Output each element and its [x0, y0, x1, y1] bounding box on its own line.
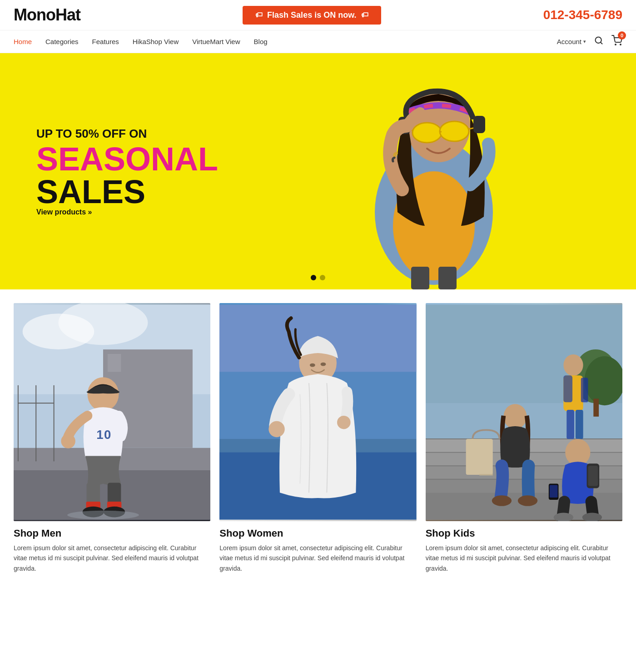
nav-link-categories[interactable]: Categories	[45, 38, 79, 45]
svg-point-47	[337, 416, 351, 429]
categories-section: 1 0 Shop Men	[0, 289, 636, 582]
svg-point-39	[67, 511, 139, 520]
svg-point-8	[412, 123, 442, 143]
hero-image	[223, 53, 636, 289]
svg-point-49	[321, 363, 326, 366]
kids-illustration	[426, 303, 622, 521]
svg-rect-68	[581, 378, 588, 402]
category-card-men: 1 0 Shop Men	[14, 303, 210, 573]
svg-point-32	[61, 434, 75, 448]
svg-rect-82	[549, 485, 557, 498]
category-card-kids: Shop Kids Lorem ipsum dolor sit amet, co…	[426, 303, 622, 573]
flash-sale-text: Flash Sales is ON now.	[267, 10, 356, 20]
svg-point-72	[492, 495, 511, 506]
svg-text:1: 1	[96, 428, 103, 442]
svg-rect-15	[411, 267, 429, 289]
search-button[interactable]	[594, 36, 603, 47]
category-card-women: Shop Women Lorem ipsum dolor sit amet, c…	[219, 303, 416, 573]
phone-number: 012-345-6789	[543, 8, 622, 22]
nav-link-blog[interactable]: Blog	[254, 38, 268, 45]
svg-point-48	[310, 363, 315, 367]
category-desc-women: Lorem ipsum dolor sit amet, consectetur …	[219, 543, 416, 573]
nav-link-features[interactable]: Features	[92, 38, 119, 45]
flash-icon-right: 🏷	[361, 11, 368, 19]
category-title-men: Shop Men	[14, 528, 210, 539]
svg-rect-16	[438, 267, 457, 289]
men-illustration: 1 0	[14, 303, 210, 521]
svg-rect-67	[563, 375, 572, 402]
nav-right: Account ▾ 0	[557, 35, 622, 48]
svg-text:0: 0	[104, 428, 111, 442]
svg-rect-24	[108, 354, 121, 372]
account-label: Account	[557, 38, 581, 45]
svg-rect-14	[473, 116, 485, 133]
top-bar: MonoHat 🏷 Flash Sales is ON now. 🏷 012-3…	[0, 0, 636, 30]
category-image-men[interactable]: 1 0	[14, 303, 210, 521]
nav-link-home[interactable]: Home	[14, 38, 32, 45]
category-image-kids[interactable]	[426, 303, 622, 521]
svg-point-71	[503, 404, 527, 429]
svg-rect-69	[566, 410, 574, 439]
category-desc-kids: Lorem ipsum dolor sit amet, consectetur …	[426, 543, 622, 573]
women-illustration	[219, 303, 416, 521]
svg-point-9	[440, 121, 469, 141]
nav-link-virtuemart[interactable]: VirtueMart View	[192, 38, 240, 45]
search-icon	[594, 36, 603, 45]
account-button[interactable]: Account ▾	[557, 38, 586, 45]
hero-subtitle: UP TO 50% OFF ON	[36, 127, 214, 141]
category-title-kids: Shop Kids	[426, 528, 622, 539]
site-logo: MonoHat	[14, 5, 80, 25]
hero-illustration	[270, 53, 588, 289]
main-nav: Home Categories Features HikaShop View V…	[0, 30, 636, 53]
category-image-women[interactable]	[219, 303, 416, 521]
hero-slider: UP TO 50% OFF ON SEASONAL SALES View pro…	[0, 53, 636, 289]
chevron-down-icon: ▾	[583, 39, 586, 45]
svg-rect-70	[576, 410, 583, 439]
nav-link-hikashop[interactable]: HikaShop View	[133, 38, 179, 45]
svg-rect-54	[593, 398, 599, 416]
svg-point-65	[563, 354, 583, 376]
hero-cta-link[interactable]: View products	[36, 208, 92, 216]
flash-icon-left: 🏷	[255, 11, 263, 19]
svg-rect-78	[588, 466, 598, 486]
slider-dot-1[interactable]	[311, 275, 316, 280]
svg-point-2	[615, 44, 616, 45]
slider-dots	[311, 275, 325, 280]
flash-sale-banner[interactable]: 🏷 Flash Sales is ON now. 🏷	[243, 6, 381, 25]
svg-point-73	[518, 495, 537, 506]
category-title-women: Shop Women	[219, 528, 416, 539]
hero-title-colored: SEASONAL	[36, 143, 214, 175]
cart-button[interactable]: 0	[611, 35, 622, 48]
hero-title-black: SALES	[36, 175, 214, 208]
svg-point-29	[87, 377, 119, 411]
svg-point-3	[620, 44, 621, 45]
slider-dot-2[interactable]	[320, 275, 325, 280]
svg-rect-74	[466, 439, 492, 475]
cart-badge: 0	[618, 31, 626, 40]
svg-line-1	[601, 42, 602, 44]
svg-point-46	[269, 421, 285, 437]
category-desc-men: Lorem ipsum dolor sit amet, consectetur …	[14, 543, 210, 573]
hero-content: UP TO 50% OFF ON SEASONAL SALES View pro…	[0, 127, 250, 216]
